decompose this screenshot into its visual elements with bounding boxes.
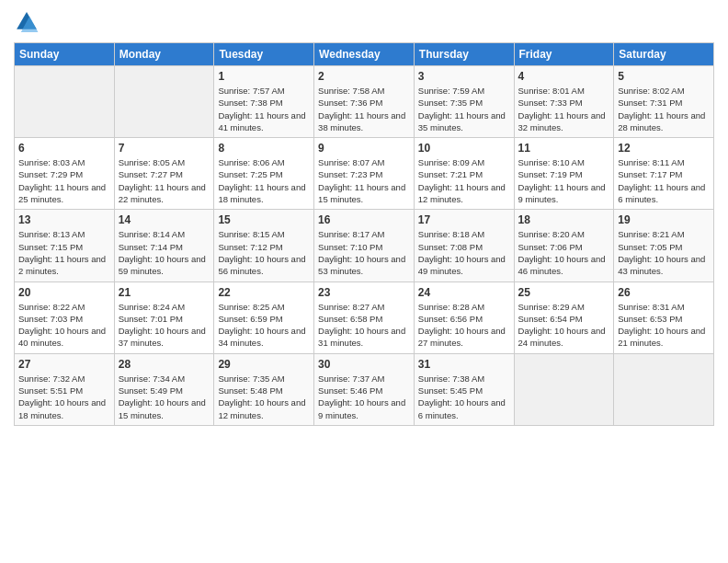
day-number: 13 (18, 213, 110, 226)
day-info: Sunrise: 8:22 AMSunset: 7:03 PMDaylight:… (18, 301, 110, 350)
day-cell: 30Sunrise: 7:37 AMSunset: 5:46 PMDayligh… (314, 353, 415, 425)
day-info: Sunrise: 8:05 AMSunset: 7:27 PMDaylight:… (119, 156, 210, 205)
col-header-tuesday: Tuesday (214, 43, 314, 66)
col-header-thursday: Thursday (414, 43, 514, 66)
col-header-saturday: Saturday (614, 43, 714, 66)
day-info: Sunrise: 8:01 AMSunset: 7:33 PMDaylight:… (518, 85, 610, 133)
day-number: 11 (518, 142, 610, 155)
day-info: Sunrise: 7:38 AMSunset: 5:45 PMDaylight:… (418, 373, 510, 421)
day-cell: 25Sunrise: 8:29 AMSunset: 6:54 PMDayligh… (514, 282, 614, 353)
day-cell: 23Sunrise: 8:27 AMSunset: 6:58 PMDayligh… (314, 282, 415, 353)
day-info: Sunrise: 7:34 AMSunset: 5:49 PMDaylight:… (119, 373, 210, 421)
day-cell: 11Sunrise: 8:10 AMSunset: 7:19 PMDayligh… (514, 138, 614, 210)
day-info: Sunrise: 8:25 AMSunset: 6:59 PMDaylight:… (218, 301, 310, 350)
day-number: 19 (618, 213, 710, 226)
day-info: Sunrise: 8:10 AMSunset: 7:19 PMDaylight:… (518, 156, 610, 205)
day-cell (514, 353, 614, 425)
day-number: 22 (218, 286, 310, 299)
week-row-5: 27Sunrise: 7:32 AMSunset: 5:51 PMDayligh… (15, 353, 714, 425)
day-cell: 6Sunrise: 8:03 AMSunset: 7:29 PMDaylight… (15, 138, 115, 210)
day-cell: 29Sunrise: 7:35 AMSunset: 5:48 PMDayligh… (214, 353, 314, 425)
day-number: 17 (418, 213, 510, 226)
col-header-monday: Monday (114, 43, 214, 66)
logo (14, 9, 43, 35)
day-info: Sunrise: 7:57 AMSunset: 7:38 PMDaylight:… (218, 85, 310, 133)
day-number: 25 (518, 286, 610, 299)
day-info: Sunrise: 8:03 AMSunset: 7:29 PMDaylight:… (18, 156, 110, 205)
day-cell: 13Sunrise: 8:13 AMSunset: 7:15 PMDayligh… (15, 210, 115, 282)
day-info: Sunrise: 8:18 AMSunset: 7:08 PMDaylight:… (418, 228, 510, 277)
day-info: Sunrise: 7:32 AMSunset: 5:51 PMDaylight:… (18, 373, 110, 421)
day-cell: 16Sunrise: 8:17 AMSunset: 7:10 PMDayligh… (314, 210, 415, 282)
day-info: Sunrise: 8:21 AMSunset: 7:05 PMDaylight:… (618, 228, 710, 277)
day-number: 16 (318, 213, 410, 226)
day-info: Sunrise: 8:28 AMSunset: 6:56 PMDaylight:… (418, 301, 510, 350)
calendar-table: SundayMondayTuesdayWednesdayThursdayFrid… (14, 42, 714, 426)
day-info: Sunrise: 8:31 AMSunset: 6:53 PMDaylight:… (618, 301, 710, 350)
day-number: 2 (318, 70, 410, 83)
week-row-2: 6Sunrise: 8:03 AMSunset: 7:29 PMDaylight… (15, 138, 714, 210)
week-row-3: 13Sunrise: 8:13 AMSunset: 7:15 PMDayligh… (15, 210, 714, 282)
day-number: 26 (618, 286, 710, 299)
day-info: Sunrise: 8:13 AMSunset: 7:15 PMDaylight:… (18, 228, 110, 277)
col-header-friday: Friday (514, 43, 614, 66)
day-cell: 9Sunrise: 8:07 AMSunset: 7:23 PMDaylight… (314, 138, 415, 210)
day-info: Sunrise: 8:24 AMSunset: 7:01 PMDaylight:… (119, 301, 210, 350)
col-header-sunday: Sunday (15, 43, 115, 66)
day-number: 20 (18, 286, 110, 299)
day-number: 7 (119, 142, 210, 155)
day-number: 15 (218, 213, 310, 226)
day-info: Sunrise: 7:35 AMSunset: 5:48 PMDaylight:… (218, 373, 310, 421)
day-number: 1 (218, 70, 310, 83)
day-number: 12 (618, 142, 710, 155)
day-number: 23 (318, 286, 410, 299)
day-info: Sunrise: 7:59 AMSunset: 7:35 PMDaylight:… (418, 85, 510, 133)
day-cell: 17Sunrise: 8:18 AMSunset: 7:08 PMDayligh… (414, 210, 514, 282)
day-cell: 5Sunrise: 8:02 AMSunset: 7:31 PMDaylight… (614, 66, 714, 138)
day-number: 8 (218, 142, 310, 155)
day-cell: 14Sunrise: 8:14 AMSunset: 7:14 PMDayligh… (114, 210, 214, 282)
day-cell (614, 353, 714, 425)
header-row: SundayMondayTuesdayWednesdayThursdayFrid… (15, 43, 714, 66)
day-cell: 10Sunrise: 8:09 AMSunset: 7:21 PMDayligh… (414, 138, 514, 210)
day-number: 24 (418, 286, 510, 299)
day-info: Sunrise: 8:27 AMSunset: 6:58 PMDaylight:… (318, 301, 410, 350)
day-number: 31 (418, 358, 510, 371)
week-row-1: 1Sunrise: 7:57 AMSunset: 7:38 PMDaylight… (15, 66, 714, 138)
day-info: Sunrise: 8:17 AMSunset: 7:10 PMDaylight:… (318, 228, 410, 277)
day-info: Sunrise: 8:07 AMSunset: 7:23 PMDaylight:… (318, 156, 410, 205)
day-info: Sunrise: 8:14 AMSunset: 7:14 PMDaylight:… (119, 228, 210, 277)
day-cell: 1Sunrise: 7:57 AMSunset: 7:38 PMDaylight… (214, 66, 314, 138)
day-info: Sunrise: 7:37 AMSunset: 5:46 PMDaylight:… (318, 373, 410, 421)
day-cell: 19Sunrise: 8:21 AMSunset: 7:05 PMDayligh… (614, 210, 714, 282)
day-info: Sunrise: 8:02 AMSunset: 7:31 PMDaylight:… (618, 85, 710, 133)
day-info: Sunrise: 8:15 AMSunset: 7:12 PMDaylight:… (218, 228, 310, 277)
day-cell: 3Sunrise: 7:59 AMSunset: 7:35 PMDaylight… (414, 66, 514, 138)
day-number: 9 (318, 142, 410, 155)
day-cell: 2Sunrise: 7:58 AMSunset: 7:36 PMDaylight… (314, 66, 415, 138)
day-number: 10 (418, 142, 510, 155)
day-number: 5 (618, 70, 710, 83)
col-header-wednesday: Wednesday (314, 43, 415, 66)
day-cell: 20Sunrise: 8:22 AMSunset: 7:03 PMDayligh… (15, 282, 115, 353)
day-number: 21 (119, 286, 210, 299)
day-info: Sunrise: 8:29 AMSunset: 6:54 PMDaylight:… (518, 301, 610, 350)
day-number: 14 (119, 213, 210, 226)
day-number: 29 (218, 358, 310, 371)
day-info: Sunrise: 8:20 AMSunset: 7:06 PMDaylight:… (518, 228, 610, 277)
day-info: Sunrise: 7:58 AMSunset: 7:36 PMDaylight:… (318, 85, 410, 133)
day-info: Sunrise: 8:06 AMSunset: 7:25 PMDaylight:… (218, 156, 310, 205)
day-number: 27 (18, 358, 110, 371)
day-cell: 31Sunrise: 7:38 AMSunset: 5:45 PMDayligh… (414, 353, 514, 425)
day-cell: 8Sunrise: 8:06 AMSunset: 7:25 PMDaylight… (214, 138, 314, 210)
day-number: 3 (418, 70, 510, 83)
week-row-4: 20Sunrise: 8:22 AMSunset: 7:03 PMDayligh… (15, 282, 714, 353)
day-cell: 26Sunrise: 8:31 AMSunset: 6:53 PMDayligh… (614, 282, 714, 353)
day-number: 6 (18, 142, 110, 155)
day-number: 4 (518, 70, 610, 83)
day-cell: 22Sunrise: 8:25 AMSunset: 6:59 PMDayligh… (214, 282, 314, 353)
day-cell (114, 66, 214, 138)
day-info: Sunrise: 8:09 AMSunset: 7:21 PMDaylight:… (418, 156, 510, 205)
day-cell (15, 66, 115, 138)
day-cell: 4Sunrise: 8:01 AMSunset: 7:33 PMDaylight… (514, 66, 614, 138)
